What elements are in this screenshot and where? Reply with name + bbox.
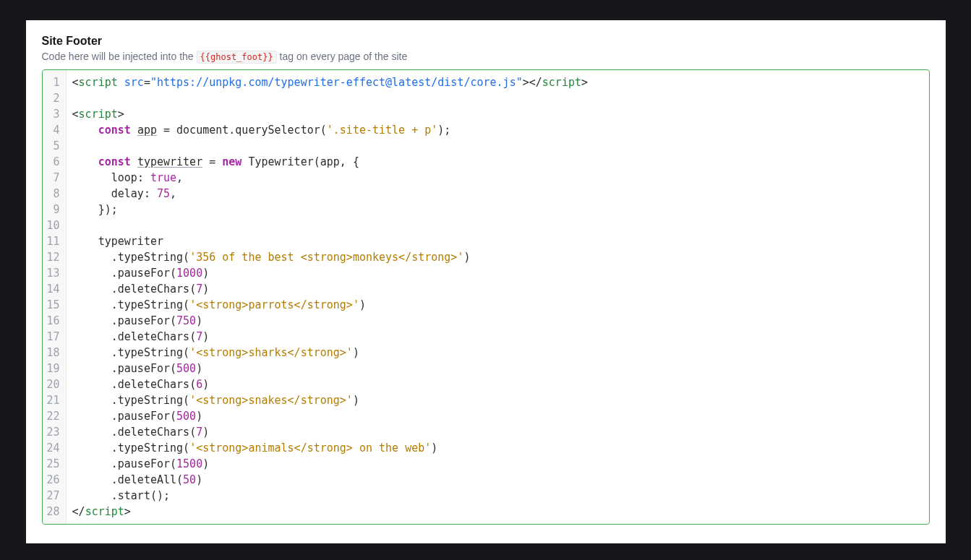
code-line[interactable]: .typeString('<strong>animals</strong> on…: [72, 440, 923, 456]
desc-pre: Code here will be injected into the: [42, 51, 197, 62]
line-number: 28: [46, 504, 61, 520]
section-description: Code here will be injected into the {{gh…: [42, 51, 930, 62]
line-number: 11: [46, 233, 61, 249]
line-number: 16: [46, 313, 61, 329]
code-line[interactable]: .pauseFor(1500): [72, 456, 923, 472]
code-line[interactable]: .typeString('<strong>sharks</strong>'): [72, 345, 923, 361]
line-number: 15: [46, 297, 61, 313]
line-number: 3: [46, 106, 61, 122]
line-number: 6: [46, 154, 61, 170]
line-number: 10: [46, 217, 61, 233]
line-number: 17: [46, 329, 61, 345]
section-title: Site Footer: [42, 35, 930, 48]
code-line[interactable]: .start();: [72, 488, 923, 504]
code-line[interactable]: .deleteChars(7): [72, 281, 923, 297]
line-number: 4: [46, 122, 61, 138]
line-number: 2: [46, 90, 61, 106]
code-line[interactable]: [72, 90, 923, 106]
line-gutter: 1234567891011121314151617181920212223242…: [43, 70, 67, 524]
code-line[interactable]: .pauseFor(500): [72, 361, 923, 376]
line-number: 24: [46, 440, 61, 456]
code-line[interactable]: .typeString('<strong>parrots</strong>'): [72, 297, 923, 313]
code-line[interactable]: .deleteAll(50): [72, 472, 923, 488]
code-line[interactable]: <script src="https://unpkg.com/typewrite…: [72, 74, 923, 90]
line-number: 5: [46, 138, 61, 154]
line-number: 25: [46, 456, 61, 472]
code-area[interactable]: <script src="https://unpkg.com/typewrite…: [67, 70, 929, 524]
code-line[interactable]: loop: true,: [72, 170, 923, 186]
code-line[interactable]: const typewriter = new Typewriter(app, {: [72, 154, 923, 170]
code-line[interactable]: .deleteChars(7): [72, 329, 923, 345]
code-line[interactable]: </script>: [72, 504, 923, 520]
line-number: 12: [46, 249, 61, 265]
line-number: 27: [46, 488, 61, 504]
line-number: 1: [46, 74, 61, 90]
line-number: 7: [46, 170, 61, 186]
code-line[interactable]: [72, 138, 923, 154]
line-number: 9: [46, 202, 61, 217]
line-number: 26: [46, 472, 61, 488]
line-number: 20: [46, 376, 61, 392]
code-line[interactable]: const app = document.querySelector('.sit…: [72, 122, 923, 138]
line-number: 14: [46, 281, 61, 297]
code-line[interactable]: .typeString('<strong>snakes</strong>'): [72, 392, 923, 408]
line-number: 19: [46, 361, 61, 376]
code-editor[interactable]: 1234567891011121314151617181920212223242…: [42, 69, 930, 525]
code-line[interactable]: .deleteChars(7): [72, 424, 923, 440]
code-line[interactable]: [72, 217, 923, 233]
code-line[interactable]: typewriter: [72, 233, 923, 249]
code-line[interactable]: .deleteChars(6): [72, 376, 923, 392]
code-line[interactable]: delay: 75,: [72, 186, 923, 202]
code-line[interactable]: .pauseFor(1000): [72, 265, 923, 281]
line-number: 23: [46, 424, 61, 440]
line-number: 22: [46, 408, 61, 424]
code-line[interactable]: <script>: [72, 106, 923, 122]
code-line[interactable]: });: [72, 202, 923, 217]
settings-panel: Site Footer Code here will be injected i…: [26, 20, 946, 543]
line-number: 8: [46, 186, 61, 202]
code-line[interactable]: .typeString('356 of the best <strong>mon…: [72, 249, 923, 265]
code-line[interactable]: .pauseFor(500): [72, 408, 923, 424]
line-number: 21: [46, 392, 61, 408]
ghost-foot-tag: {{ghost_foot}}: [197, 51, 277, 64]
code-line[interactable]: .pauseFor(750): [72, 313, 923, 329]
desc-post: tag on every page of the site: [277, 51, 408, 62]
line-number: 18: [46, 345, 61, 361]
line-number: 13: [46, 265, 61, 281]
